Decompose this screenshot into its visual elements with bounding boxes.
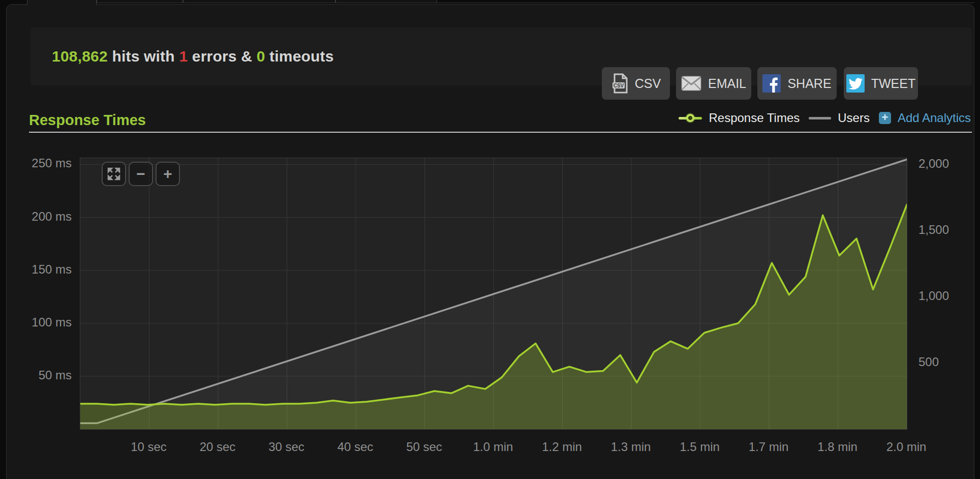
summary-text: 108,862 hits with 1 errors & 0 timeouts xyxy=(52,27,334,85)
y-axis-right-tick-label: 1,500 xyxy=(918,223,949,237)
y-axis-right-tick-label: 500 xyxy=(918,355,939,369)
expand-icon[interactable] xyxy=(102,162,126,186)
zoom-out-button[interactable]: − xyxy=(129,162,153,186)
tab-stub[interactable] xyxy=(335,0,437,3)
users-marker-icon xyxy=(809,117,831,119)
email-button[interactable]: EMAIL xyxy=(676,67,751,100)
tab-stub[interactable] xyxy=(183,0,335,3)
chart-zoom-controls: − + xyxy=(102,162,180,186)
csv-file-icon: CSV xyxy=(611,73,628,94)
share-button-label: SHARE xyxy=(787,76,831,91)
x-axis-tick-label: 50 sec xyxy=(389,440,460,454)
tweet-button[interactable]: TWEET xyxy=(844,67,918,100)
legend-item-users: Users xyxy=(809,111,870,125)
y-axis-right-tick-label: 2,000 xyxy=(918,157,949,171)
chart-canvas xyxy=(80,158,907,429)
x-axis-tick-label: 1.7 min xyxy=(733,440,804,454)
tab-stub-active[interactable] xyxy=(27,0,97,5)
chart-legend: Response Times Users + Add Analytics xyxy=(679,111,971,125)
tab-bar-line xyxy=(437,3,974,3)
svg-text:CSV: CSV xyxy=(614,83,624,88)
chart-plot-area[interactable] xyxy=(80,158,907,430)
csv-button[interactable]: CSV CSV xyxy=(602,67,670,100)
y-axis-left-tick-label: 100 ms xyxy=(6,315,72,330)
y-axis-right-tick-label: 1,000 xyxy=(918,289,949,303)
x-axis-tick-label: 1.2 min xyxy=(527,440,598,454)
envelope-icon xyxy=(681,76,701,91)
y-axis-left-tick-label: 50 ms xyxy=(6,368,72,382)
errors-count: 1 xyxy=(179,48,188,65)
plus-icon: + xyxy=(879,112,891,124)
tweet-button-label: TWEET xyxy=(871,76,916,91)
y-axis-left-tick-label: 200 ms xyxy=(6,209,72,224)
x-axis-tick-label: 20 sec xyxy=(182,440,253,454)
tab-stub[interactable] xyxy=(97,0,183,3)
timeouts-count: 0 xyxy=(257,48,265,65)
csv-button-label: CSV xyxy=(635,76,661,91)
x-axis-tick-label: 10 sec xyxy=(113,440,185,454)
x-axis-tick-label: 40 sec xyxy=(320,440,391,454)
add-analytics-link[interactable]: + Add Analytics xyxy=(879,111,971,125)
hits-count: 108,862 xyxy=(52,48,108,65)
summary-card: 108,862 hits with 1 errors & 0 timeouts … xyxy=(30,27,972,85)
facebook-icon xyxy=(762,74,781,93)
x-axis-tick-label: 1.5 min xyxy=(664,440,736,454)
x-axis-tick-label: 1.3 min xyxy=(595,440,666,454)
add-analytics-label: Add Analytics xyxy=(898,111,971,125)
section-divider xyxy=(29,132,972,133)
x-axis-tick-label: 1.8 min xyxy=(802,440,873,454)
x-axis-tick-label: 1.0 min xyxy=(457,440,529,454)
y-axis-left-tick-label: 150 ms xyxy=(6,262,72,277)
x-axis-tick-label: 2.0 min xyxy=(871,440,942,454)
response-times-marker-icon xyxy=(679,113,702,123)
twitter-icon xyxy=(846,74,865,93)
legend-label: Response Times xyxy=(709,111,800,125)
zoom-in-button[interactable]: + xyxy=(156,162,180,186)
y-axis-left-tick-label: 250 ms xyxy=(6,156,72,170)
legend-item-response-times: Response Times xyxy=(679,111,800,125)
x-axis-tick-label: 30 sec xyxy=(251,440,322,454)
legend-label: Users xyxy=(838,111,870,125)
email-button-label: EMAIL xyxy=(708,76,746,91)
page-title: Response Times xyxy=(29,112,146,129)
share-button[interactable]: SHARE xyxy=(757,67,837,100)
